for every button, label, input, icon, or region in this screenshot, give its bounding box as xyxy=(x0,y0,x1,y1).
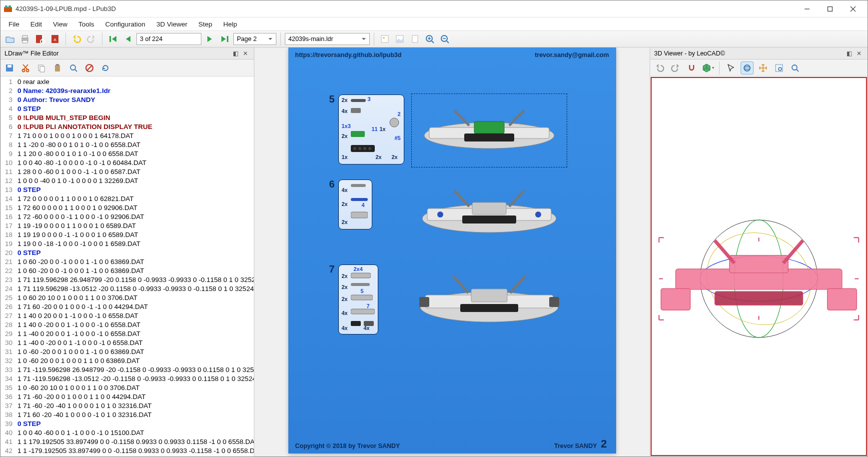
editor-line[interactable]: 411 1 179.192505 33.897499 0 0 -0.1158 0… xyxy=(0,438,254,446)
menu-3dviewer[interactable]: 3D Viewer xyxy=(151,19,192,30)
editor-line[interactable]: 301 1 -40 0 -20 0 0 1 -1 0 0 0 -1 0 6558… xyxy=(0,338,254,348)
viewer-close-button[interactable]: ✕ xyxy=(855,49,864,58)
editor-line[interactable]: 231 71 119.596298 26.948799 -20 0.1158 0… xyxy=(0,276,254,284)
next-page-icon[interactable] xyxy=(203,32,216,46)
editor-line[interactable]: 431 71 179.192505 13.8975 0 0 0 -1 0 1 0… xyxy=(0,456,254,456)
viewer-toolbar: ▾ xyxy=(650,60,868,76)
editor-line[interactable]: 191 19 0 0 -18 -1 0 0 0 -1 0 0 0 1 6589.… xyxy=(0,240,254,248)
editor-line[interactable]: 221 0 60 -20 0 0 -1 0 0 0 1 -1 0 0 63869… xyxy=(0,266,254,276)
editor-line[interactable]: 311 0 -60 -20 0 0 1 0 0 0 1 -1 0 0 63869… xyxy=(0,348,254,356)
editor-line[interactable]: 10 rear axle xyxy=(0,78,254,86)
menu-view[interactable]: View xyxy=(48,19,72,30)
editor-line[interactable]: 181 19 19 0 0 0 0 -1 -1 0 0 0 1 0 6589.D… xyxy=(0,230,254,240)
minimize-button[interactable] xyxy=(796,2,819,16)
editor-close-button[interactable]: ✕ xyxy=(241,49,250,58)
zoom-in-icon[interactable] xyxy=(423,32,436,46)
editor-delete-icon[interactable] xyxy=(83,62,95,74)
page-combo[interactable]: Page 2 xyxy=(233,33,276,45)
editor-line[interactable]: 50 !LPUB MULTI_STEP BEGIN xyxy=(0,114,254,122)
editor-line[interactable]: 261 71 60 -20 0 0 1 0 0 0 -1 -1 0 0 4429… xyxy=(0,302,254,312)
editor-line[interactable]: 291 1 -40 0 20 0 0 1 -1 0 0 0 -1 0 6558.… xyxy=(0,330,254,338)
editor-line[interactable]: 351 0 -60 20 10 0 1 0 0 0 1 1 0 0 3706.D… xyxy=(0,384,254,392)
editor-line[interactable]: 211 0 60 -20 0 0 -1 0 0 0 1 -1 0 0 63869… xyxy=(0,258,254,266)
zoom-out-icon[interactable] xyxy=(438,32,451,46)
viewer-zoomregion-icon[interactable] xyxy=(773,62,786,74)
editor-line[interactable]: 30 Author: Trevor SANDY xyxy=(0,96,254,104)
editor-paste-icon[interactable] xyxy=(51,62,63,74)
first-page-icon[interactable] xyxy=(106,32,119,46)
open-icon[interactable] xyxy=(3,32,16,46)
viewer-undo-icon[interactable] xyxy=(653,62,666,74)
viewer-zoom-icon[interactable] xyxy=(789,62,802,74)
menu-step[interactable]: Step xyxy=(193,19,217,30)
viewer-cube-icon[interactable]: ▾ xyxy=(701,62,714,74)
editor-line[interactable]: 390 STEP xyxy=(0,420,254,428)
editor-cut-icon[interactable] xyxy=(19,62,31,74)
viewer-pan-icon[interactable] xyxy=(757,62,770,74)
menu-help[interactable]: Help xyxy=(218,19,242,30)
menu-file[interactable]: File xyxy=(3,19,24,30)
editor-line[interactable]: 200 STEP xyxy=(0,248,254,258)
viewer-select-icon[interactable] xyxy=(725,62,738,74)
editor-line[interactable]: 171 19 -19 0 0 0 0 1 1 0 0 0 1 0 6589.DA… xyxy=(0,222,254,230)
redo-icon[interactable] xyxy=(85,32,98,46)
editor-line[interactable]: 91 1 20 0 -80 0 0 1 0 1 0 -1 0 0 6558.DA… xyxy=(0,150,254,158)
editor-line[interactable]: 81 1 -20 0 -80 0 0 1 0 1 0 -1 0 0 6558.D… xyxy=(0,140,254,150)
viewer-snap-icon[interactable] xyxy=(685,62,698,74)
editor-line[interactable]: 161 72 -60 0 0 0 0 -1 1 0 0 0 -1 0 92906… xyxy=(0,212,254,222)
last-page-icon[interactable] xyxy=(218,32,231,46)
editor-line[interactable]: 401 0 0 40 -60 0 0 1 -1 0 0 0 -1 0 15100… xyxy=(0,428,254,438)
svg-line-66 xyxy=(509,190,524,206)
insert-page-icon[interactable] xyxy=(408,32,421,46)
maximize-button[interactable] xyxy=(819,2,842,16)
editor-line[interactable]: 251 0 60 20 10 0 1 0 0 0 1 1 0 0 3706.DA… xyxy=(0,294,254,302)
editor-line[interactable]: 381 71 60 -20 -40 1 0 0 0 0 -1 0 1 0 323… xyxy=(0,410,254,420)
editor-line[interactable]: 321 0 -60 20 0 0 1 0 0 0 1 1 0 0 63869.D… xyxy=(0,356,254,366)
svg-rect-19 xyxy=(412,36,418,42)
insert-image-icon[interactable] xyxy=(378,32,391,46)
export-pdf-icon[interactable]: A xyxy=(48,32,61,46)
editor-float-button[interactable]: ◧ xyxy=(231,49,240,58)
editor-copy-icon[interactable] xyxy=(35,62,47,74)
page-copyright: Copyright © 2018 by Trevor SANDY xyxy=(295,442,400,450)
editor-line[interactable]: 341 71 -119.596298 -13.0512 -20 -0.1158 … xyxy=(0,374,254,384)
print-icon[interactable] xyxy=(18,32,31,46)
editor-line[interactable]: 271 1 40 0 20 0 0 1 -1 0 0 0 -1 0 6558.D… xyxy=(0,312,254,320)
export-pdf-search-icon[interactable] xyxy=(33,32,46,46)
close-button[interactable] xyxy=(842,2,865,16)
prev-page-icon[interactable] xyxy=(121,32,134,46)
viewer-redo-icon[interactable] xyxy=(669,62,682,74)
editor-line[interactable]: 421 1 -179.192505 33.897499 0 0 -0.1158 … xyxy=(0,446,254,456)
viewer-canvas[interactable] xyxy=(651,77,867,456)
editor-line[interactable]: 361 71 -60 -20 0 0 1 0 0 0 1 1 0 0 44294… xyxy=(0,392,254,402)
editor-line[interactable]: 20 Name: 42039s-rearaxle1.ldr xyxy=(0,86,254,96)
subfile-combo[interactable]: 42039s-main.ldr xyxy=(285,33,370,45)
insert-cover-icon[interactable] xyxy=(393,32,406,46)
instruction-page[interactable]: https://trevorsandy.github.io/lpub3d tre… xyxy=(288,48,616,454)
editor-refresh-icon[interactable] xyxy=(99,62,111,74)
undo-icon[interactable] xyxy=(70,32,83,46)
editor-line[interactable]: 71 71 0 0 0 1 0 0 0 1 0 0 0 1 64178.DAT xyxy=(0,132,254,140)
menu-edit[interactable]: Edit xyxy=(25,19,47,30)
editor-body[interactable]: 10 rear axle20 Name: 42039s-rearaxle1.ld… xyxy=(0,76,254,456)
editor-line[interactable]: 281 1 40 0 -20 0 0 1 -1 0 0 0 -1 0 6558.… xyxy=(0,320,254,330)
editor-line[interactable]: 101 0 0 40 -80 -1 0 0 0 0 -1 0 -1 0 6048… xyxy=(0,158,254,168)
editor-line[interactable]: 130 STEP xyxy=(0,186,254,194)
editor-line[interactable]: 111 28 0 0 -60 0 1 0 0 0 -1 -1 0 0 6587.… xyxy=(0,168,254,176)
editor-save-icon[interactable] xyxy=(3,62,15,74)
editor-line[interactable]: 331 71 -119.596298 26.948799 -20 -0.1158… xyxy=(0,366,254,374)
editor-line[interactable]: 121 0 0 0 -40 0 1 0 -1 0 0 0 0 1 32269.D… xyxy=(0,176,254,186)
editor-line[interactable]: 40 STEP xyxy=(0,104,254,114)
menu-configuration[interactable]: Configuration xyxy=(100,19,150,30)
editor-line[interactable]: 151 72 60 0 0 0 0 1 1 0 0 0 1 0 92906.DA… xyxy=(0,204,254,212)
svg-rect-2 xyxy=(8,6,11,8)
editor-line[interactable]: 60 !LPUB PLI ANNOTATION DISPLAY TRUE xyxy=(0,122,254,132)
editor-line[interactable]: 371 71 -60 -20 -40 1 0 0 0 0 1 0 1 0 323… xyxy=(0,402,254,410)
editor-line[interactable]: 241 71 119.596298 -13.0512 -20 0.1158 0 … xyxy=(0,284,254,294)
page-number-input[interactable] xyxy=(136,33,201,45)
viewer-orbit-icon[interactable] xyxy=(741,62,754,74)
menu-tools[interactable]: Tools xyxy=(73,19,99,30)
viewer-float-button[interactable]: ◧ xyxy=(845,49,854,58)
editor-find-icon[interactable] xyxy=(67,62,79,74)
editor-line[interactable]: 141 72 0 0 0 0 0 1 1 0 0 0 1 0 62821.DAT xyxy=(0,194,254,204)
